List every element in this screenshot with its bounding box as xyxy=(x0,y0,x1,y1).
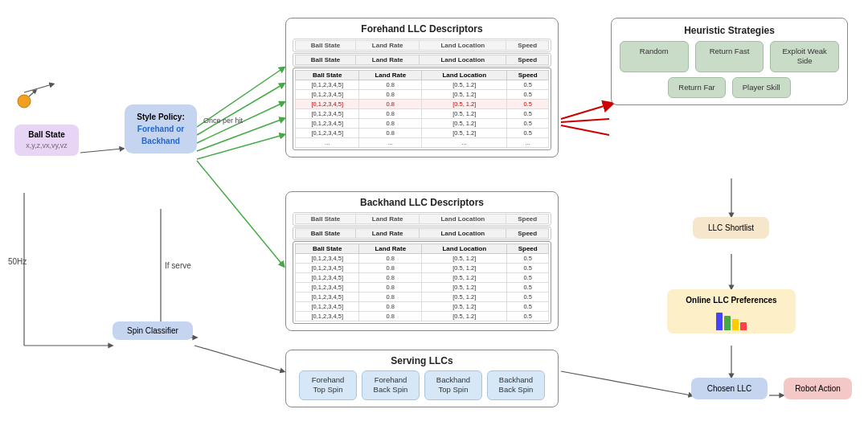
svg-line-1 xyxy=(80,149,122,153)
highlighted-table-row: [0,1,2,3,4,5]0.8[0.5, 1.2]0.5 xyxy=(296,100,549,109)
spin-classifier-box: Spin Classifier xyxy=(113,321,193,340)
col-speed-2: Speed xyxy=(506,55,549,65)
serving-panel: Serving LLCs Forehand Top Spin Forehand … xyxy=(285,350,559,407)
forehand-top-spin-btn[interactable]: Forehand Top Spin xyxy=(299,370,357,400)
style-policy-sub: Forehand or Backhand xyxy=(129,123,192,147)
bar-green xyxy=(724,316,731,330)
return-fast-btn[interactable]: Return Fast xyxy=(695,41,764,72)
hz-label: 50Hz xyxy=(8,257,27,266)
table-row: [0,1,2,3,4,5]0.8[0.5, 1.2]0.5 xyxy=(296,302,549,312)
bar-yellow xyxy=(732,319,739,330)
col-ball-state-2: Ball State xyxy=(296,55,356,65)
forehand-table-main: Ball State Land Rate Land Location Speed… xyxy=(295,70,549,148)
robot-action-box: Robot Action xyxy=(784,378,852,399)
ball-state-box: Ball State x,y,z,vx,vy,vz xyxy=(14,125,79,156)
col-land-location-1: Land Location xyxy=(420,41,506,51)
forehand-table-layer2: Ball State Land Rate Land Location Speed xyxy=(295,55,549,65)
online-llc-label: Online LLC Preferences xyxy=(674,296,789,305)
table-row: [0,1,2,3,4,5]0.8[0.5, 1.2]0.5 xyxy=(296,109,549,119)
svg-line-13 xyxy=(561,125,609,135)
serving-buttons-container: Forehand Top Spin Forehand Back Spin Bac… xyxy=(293,370,551,400)
backhand-panel: Backhand LLC Descriptors Ball State Land… xyxy=(285,191,559,331)
player-skill-btn[interactable]: Player Skill xyxy=(732,77,791,98)
col-ball-state-main: Ball State xyxy=(296,71,359,80)
table-row: [0,1,2,3,4,5]0.8[0.5, 1.2]0.5 xyxy=(296,312,549,321)
ball-icon xyxy=(14,87,39,113)
svg-line-15 xyxy=(194,346,283,371)
table-row: [0,1,2,3,4,5]0.8[0.5, 1.2]0.5 xyxy=(296,90,549,100)
robot-action-label: Robot Action xyxy=(788,384,847,393)
exploit-weak-side-btn[interactable]: Exploit Weak Side xyxy=(770,41,839,72)
llc-shortlist-label: LLC Shortlist xyxy=(698,223,764,232)
backhand-table-layer2: Ball State Land Rate Land Location Speed xyxy=(295,228,549,239)
svg-line-11 xyxy=(561,104,609,119)
forehand-back-spin-btn[interactable]: Forehand Back Spin xyxy=(362,370,420,400)
col-speed-1: Speed xyxy=(506,41,549,51)
svg-point-21 xyxy=(18,95,31,108)
chosen-llc-label: Chosen LLC xyxy=(696,384,763,393)
table-row: [0,1,2,3,4,5]0.8[0.5, 1.2]0.5 xyxy=(296,293,549,302)
table-row: [0,1,2,3,4,5]0.8[0.5, 1.2]0.5 xyxy=(296,119,549,129)
diagram-container: Ball State x,y,z,vx,vy,vz 50Hz Style Pol… xyxy=(0,0,868,446)
serving-panel-title: Serving LLCs xyxy=(293,355,551,366)
bar-red xyxy=(740,322,747,330)
style-policy-label: Style Policy: xyxy=(129,111,192,123)
backhand-back-spin-btn[interactable]: Backhand Back Spin xyxy=(487,370,545,400)
backhand-table-layer1: Ball State Land Rate Land Location Speed xyxy=(295,214,549,224)
chosen-llc-box: Chosen LLC xyxy=(691,378,768,399)
svg-line-7 xyxy=(197,84,283,135)
backhand-table-main: Ball State Land Rate Land Location Speed… xyxy=(295,243,549,321)
online-llc-box: Online LLC Preferences xyxy=(667,289,796,333)
heuristic-grid: Random Return Fast Exploit Weak Side xyxy=(620,41,839,72)
forehand-panel: Forehand LLC Descriptors Ball State Land… xyxy=(285,18,559,158)
table-row: [0,1,2,3,4,5]0.8[0.5, 1.2]0.5 xyxy=(296,273,549,283)
table-row: ............ xyxy=(296,138,549,148)
svg-line-12 xyxy=(561,119,609,122)
llc-shortlist-box: LLC Shortlist xyxy=(693,217,769,239)
table-row: [0,1,2,3,4,5]0.8[0.5, 1.2]0.5 xyxy=(296,254,549,264)
ball-state-coords: x,y,z,vx,vy,vz xyxy=(21,141,72,151)
col-land-rate-1: Land Rate xyxy=(356,41,420,51)
ball-state-label: Ball State xyxy=(21,129,72,141)
return-far-btn[interactable]: Return Far xyxy=(668,77,725,98)
table-row: [0,1,2,3,4,5]0.8[0.5, 1.2]0.5 xyxy=(296,80,549,90)
heuristic-panel-title: Heuristic Strategies xyxy=(620,25,839,36)
col-land-rate-main: Land Rate xyxy=(359,71,422,80)
table-row: [0,1,2,3,4,5]0.8[0.5, 1.2]0.5 xyxy=(296,283,549,293)
col-ball-state-1: Ball State xyxy=(296,41,356,51)
col-land-rate-2: Land Rate xyxy=(356,55,420,65)
heuristic-row2: Return Far Player Skill xyxy=(620,77,839,98)
bar-chart xyxy=(674,308,789,330)
heuristic-panel: Heuristic Strategies Random Return Fast … xyxy=(611,18,848,105)
if-serve-label: If serve xyxy=(165,261,191,270)
col-land-location-2: Land Location xyxy=(420,55,506,65)
style-policy-box: Style Policy: Forehand or Backhand xyxy=(125,104,197,153)
col-land-location-main: Land Location xyxy=(422,71,507,80)
svg-line-14 xyxy=(197,161,283,265)
random-btn[interactable]: Random xyxy=(620,41,689,72)
bar-blue xyxy=(716,313,723,330)
table-row: [0,1,2,3,4,5]0.8[0.5, 1.2]0.5 xyxy=(296,129,549,138)
col-speed-main: Speed xyxy=(507,71,549,80)
once-per-hit-label: Once per hit xyxy=(203,117,243,125)
table-row: [0,1,2,3,4,5]0.8[0.5, 1.2]0.5 xyxy=(296,264,549,273)
backhand-top-spin-btn[interactable]: Backhand Top Spin xyxy=(424,370,482,400)
forehand-table-layer1: Ball State Land Rate Land Location Speed xyxy=(295,40,549,51)
backhand-panel-title: Backhand LLC Descriptors xyxy=(293,197,551,208)
forehand-panel-title: Forehand LLC Descriptors xyxy=(293,23,551,35)
svg-line-22 xyxy=(29,91,35,96)
svg-line-16 xyxy=(561,371,691,395)
svg-line-10 xyxy=(197,135,283,159)
spin-classifier-label: Spin Classifier xyxy=(119,326,186,335)
